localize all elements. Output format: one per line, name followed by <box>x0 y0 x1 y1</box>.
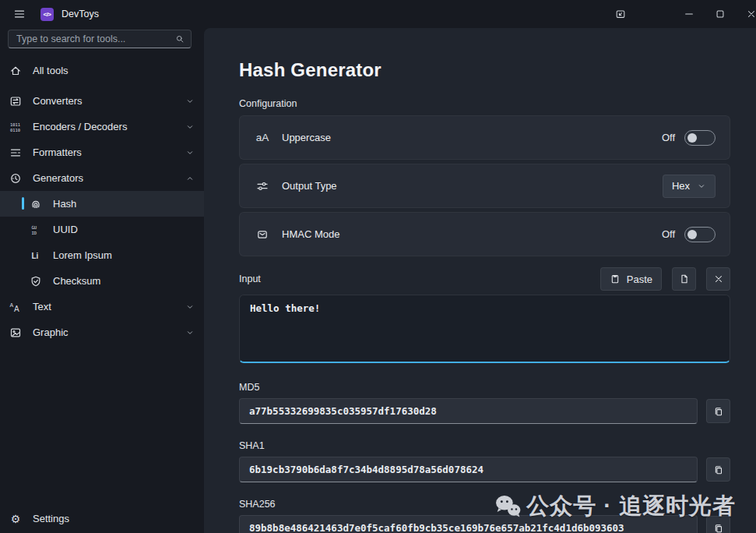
sha1-label: SHA1 <box>239 440 730 451</box>
paste-button[interactable]: Paste <box>600 267 662 291</box>
chevron-down-icon <box>697 182 706 191</box>
generators-icon <box>9 172 22 185</box>
devtoys-window: </> DevToys <box>0 0 756 533</box>
chevron-down-icon <box>185 302 195 312</box>
load-file-button[interactable] <box>672 267 696 291</box>
maximize-icon[interactable] <box>705 2 736 26</box>
devtoys-logo-icon: </> <box>40 8 54 21</box>
svg-text:ID: ID <box>32 230 37 235</box>
compact-overlay-icon[interactable] <box>605 2 636 26</box>
sliders-icon <box>254 180 271 192</box>
uppercase-setting-card: aA Uppercase Off <box>239 115 730 160</box>
lorem-ipsum-icon: Li <box>30 249 42 262</box>
sidebar-item-uuid[interactable]: GUID UUID <box>0 217 204 242</box>
input-editor[interactable]: Hello there! <box>239 295 730 363</box>
md5-label: MD5 <box>239 382 730 393</box>
chevron-up-icon <box>185 174 195 183</box>
output-type-dropdown[interactable]: Hex <box>663 175 716 198</box>
svg-text:0110: 0110 <box>10 127 20 132</box>
sha256-output-field[interactable] <box>239 515 698 533</box>
uppercase-toggle[interactable] <box>684 130 716 146</box>
svg-text:Li: Li <box>32 252 39 260</box>
search-input[interactable] <box>16 34 175 44</box>
search-box[interactable] <box>8 30 192 48</box>
title-bar: </> DevToys <box>0 0 756 28</box>
configuration-label: Configuration <box>239 98 730 109</box>
sidebar-item-formatters[interactable]: Formatters <box>0 139 204 165</box>
clear-input-button[interactable] <box>706 267 730 291</box>
hmac-key-icon <box>254 228 271 241</box>
uuid-icon: GUID <box>30 224 42 236</box>
formatters-icon <box>9 146 22 159</box>
binary-icon: 10110110 <box>9 121 22 133</box>
main-panel: Hash Generator Configuration aA Uppercas… <box>204 28 756 533</box>
copy-md5-button[interactable] <box>706 399 730 423</box>
close-icon[interactable] <box>736 2 756 26</box>
svg-text:A: A <box>14 304 19 312</box>
copy-sha256-button[interactable] <box>706 516 730 533</box>
sidebar-item-encoders-decoders[interactable]: 10110110 Encoders / Decoders <box>0 114 204 139</box>
sidebar-item-settings[interactable]: ⚙ Settings <box>0 506 204 531</box>
text-tool-icon: AA <box>9 301 22 313</box>
sidebar-item-all-tools[interactable]: All tools <box>0 58 204 83</box>
sidebar: All tools Converters 10110110 Encoders /… <box>0 28 204 533</box>
sidebar-item-generators[interactable]: Generators <box>0 165 204 191</box>
sidebar-item-text[interactable]: AA Text <box>0 294 204 319</box>
page-title: Hash Generator <box>239 59 730 81</box>
chevron-down-icon <box>185 328 195 337</box>
copy-sha1-button[interactable] <box>706 457 730 482</box>
fingerprint-icon <box>30 198 42 210</box>
chevron-down-icon <box>185 148 195 157</box>
sidebar-item-lorem-ipsum[interactable]: Li Lorem Ipsum <box>0 242 204 268</box>
sidebar-item-graphic[interactable]: Graphic <box>0 319 204 345</box>
uppercase-icon: aA <box>254 132 271 143</box>
hamburger-menu-icon[interactable] <box>8 2 31 26</box>
hmac-toggle[interactable] <box>684 227 716 242</box>
svg-text:GU: GU <box>32 225 37 230</box>
svg-text:A: A <box>10 302 14 307</box>
sidebar-item-hash[interactable]: Hash <box>0 191 204 217</box>
hmac-mode-setting-card: HMAC Mode Off <box>239 212 730 256</box>
app-title: DevToys <box>62 9 99 19</box>
checksum-icon <box>30 275 42 288</box>
sha256-label: SHA256 <box>239 499 730 510</box>
sidebar-item-converters[interactable]: Converters <box>0 88 204 114</box>
converters-icon <box>9 95 22 108</box>
chevron-down-icon <box>185 97 195 106</box>
minimize-icon[interactable] <box>673 2 705 26</box>
svg-text:1011: 1011 <box>10 122 20 127</box>
sidebar-nav: All tools Converters 10110110 Encoders /… <box>0 58 204 345</box>
chevron-down-icon <box>185 122 195 132</box>
hmac-toggle-state: Off <box>662 228 675 240</box>
uppercase-toggle-state: Off <box>662 132 675 143</box>
home-icon <box>9 65 22 77</box>
output-type-setting-card: Output Type Hex <box>239 164 730 208</box>
search-icon[interactable] <box>175 34 185 44</box>
sidebar-item-checksum[interactable]: Checksum <box>0 268 204 294</box>
sha1-output-field[interactable] <box>239 457 698 482</box>
graphic-icon <box>9 327 22 339</box>
input-label: Input <box>239 274 261 291</box>
md5-output-field[interactable] <box>239 398 698 424</box>
gear-icon: ⚙ <box>9 514 22 524</box>
